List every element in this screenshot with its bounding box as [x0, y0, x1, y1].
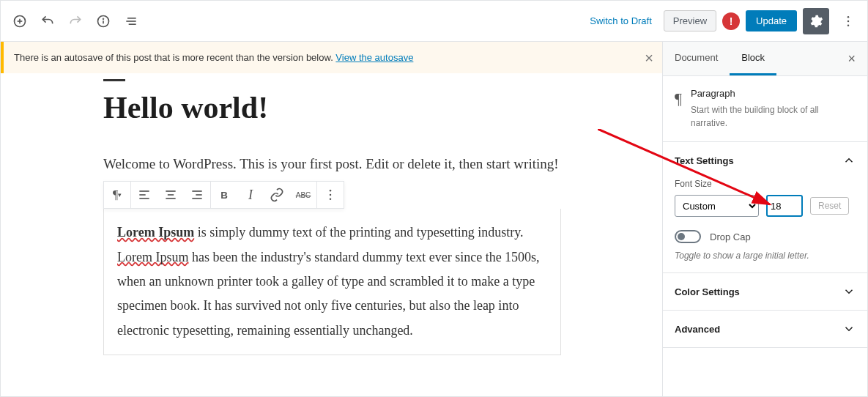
italic-button[interactable]: I — [237, 182, 264, 208]
block-more-button[interactable] — [317, 182, 344, 208]
chevron-up-icon — [842, 154, 856, 167]
link-button[interactable] — [264, 182, 290, 208]
drop-cap-help: Toggle to show a large initial letter. — [675, 251, 856, 261]
font-size-label: Font Size — [675, 179, 856, 189]
align-right-button[interactable] — [184, 182, 210, 208]
align-left-button[interactable] — [131, 182, 157, 208]
autosave-notice: There is an autosave of this post that i… — [1, 42, 662, 73]
drop-cap-label: Drop Cap — [710, 231, 751, 242]
font-size-reset-button[interactable]: Reset — [810, 197, 849, 215]
add-block-button[interactable] — [7, 8, 33, 34]
svg-point-11 — [847, 24, 850, 26]
paragraph-icon: ¶ — [675, 88, 682, 130]
outline-button[interactable] — [118, 8, 144, 34]
svg-point-22 — [330, 194, 332, 196]
settings-sidebar: Document Block × ¶ Paragraph Start with … — [662, 42, 867, 396]
align-center-button[interactable] — [157, 182, 184, 208]
close-sidebar-button[interactable]: × — [842, 45, 861, 73]
svg-point-9 — [847, 15, 850, 18]
svg-point-5 — [103, 18, 104, 19]
preview-button[interactable]: Preview — [664, 10, 716, 31]
text-settings-title: Text Settings — [675, 155, 734, 166]
svg-point-21 — [330, 190, 332, 192]
text-settings-panel: Text Settings Font Size Custom Reset Dro… — [663, 142, 867, 273]
post-title[interactable]: Hello world! — [103, 90, 572, 125]
info-button[interactable] — [90, 8, 116, 34]
color-settings-title: Color Settings — [675, 286, 740, 297]
block-type-desc: Start with the building block of all nar… — [691, 103, 856, 130]
editor-column: There is an autosave of this post that i… — [1, 42, 662, 396]
bold-button[interactable]: B — [211, 182, 237, 208]
top-toolbar: Switch to Draft Preview ! Update — [1, 1, 867, 42]
strikethrough-button[interactable]: ABC — [290, 182, 316, 208]
font-size-select[interactable]: Custom — [675, 195, 759, 217]
text-settings-header[interactable]: Text Settings — [675, 154, 856, 167]
settings-button[interactable] — [803, 8, 829, 34]
notice-text: There is an autosave of this post that i… — [14, 52, 335, 63]
chevron-down-icon — [842, 322, 856, 335]
advanced-title: Advanced — [675, 324, 720, 335]
sidebar-tabs: Document Block × — [663, 42, 867, 76]
block-p1: is simply dummy text of the printing and… — [194, 225, 523, 240]
block-info: ¶ Paragraph Start with the building bloc… — [663, 76, 867, 142]
more-options-button[interactable] — [835, 8, 861, 34]
title-accent — [103, 79, 125, 81]
block-type-button[interactable]: ¶▾ — [104, 182, 130, 208]
redo-button[interactable] — [62, 8, 89, 34]
font-size-input[interactable] — [766, 195, 803, 217]
advanced-panel[interactable]: Advanced — [663, 311, 867, 348]
tab-block[interactable]: Block — [730, 42, 776, 75]
alert-icon[interactable]: ! — [722, 12, 740, 30]
block-toolbar: ¶▾ B I ABC — [103, 181, 344, 209]
color-settings-panel[interactable]: Color Settings — [663, 273, 867, 311]
close-notice-button[interactable]: × — [645, 49, 653, 66]
switch-to-draft-link[interactable]: Switch to Draft — [590, 15, 652, 26]
lorem-strong: Lorem Ipsum — [117, 225, 194, 240]
paragraph-block[interactable]: Lorem Ipsum is simply dummy text of the … — [103, 209, 561, 355]
block-type-title: Paragraph — [691, 88, 856, 99]
svg-point-23 — [330, 198, 332, 201]
update-button[interactable]: Update — [746, 10, 797, 31]
svg-point-10 — [847, 20, 850, 22]
drop-cap-toggle[interactable] — [675, 230, 701, 243]
undo-button[interactable] — [34, 8, 61, 34]
lorem-underlined: Lorem Ipsum — [117, 250, 188, 264]
tab-document[interactable]: Document — [663, 42, 730, 75]
chevron-down-icon — [842, 285, 856, 298]
view-autosave-link[interactable]: View the autosave — [335, 52, 413, 63]
welcome-paragraph[interactable]: Welcome to WordPress. This is your first… — [103, 153, 572, 175]
